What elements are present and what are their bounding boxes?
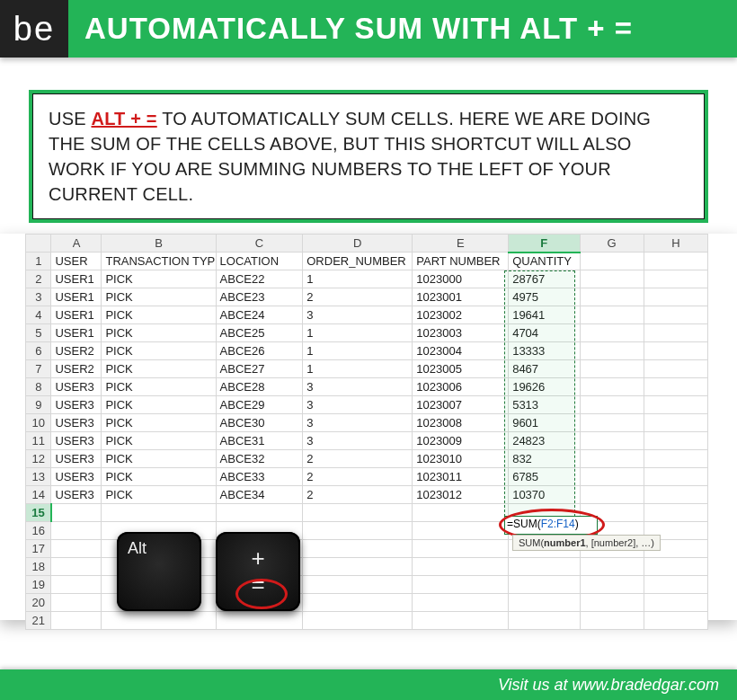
cell[interactable]: ABCE33 <box>216 468 303 486</box>
cell[interactable]: 1023003 <box>413 324 509 342</box>
cell[interactable] <box>303 522 413 540</box>
cell[interactable] <box>580 594 644 612</box>
cell[interactable]: 1023007 <box>413 396 509 414</box>
cell[interactable] <box>644 504 707 522</box>
col-header-H[interactable]: H <box>644 235 707 253</box>
cell[interactable] <box>51 540 102 558</box>
col-header-C[interactable]: C <box>216 235 303 253</box>
cell[interactable] <box>580 288 644 306</box>
cell[interactable] <box>644 342 707 360</box>
cell[interactable]: PICK <box>102 342 216 360</box>
cell[interactable] <box>51 522 102 540</box>
cell[interactable] <box>644 306 707 324</box>
cell[interactable]: USER3 <box>51 486 102 504</box>
cell[interactable] <box>580 253 644 270</box>
cell[interactable]: 10370 <box>509 486 580 504</box>
cell[interactable]: PICK <box>102 396 216 414</box>
row-header[interactable]: 18 <box>26 558 51 576</box>
cell[interactable] <box>580 558 644 576</box>
cell[interactable]: 1023000 <box>413 270 509 288</box>
cell[interactable]: ABCE24 <box>216 306 303 324</box>
cell[interactable]: 28767 <box>509 270 580 288</box>
cell[interactable]: QUANTITY <box>509 253 580 270</box>
cell[interactable]: ABCE30 <box>216 414 303 432</box>
row-header[interactable]: 21 <box>26 612 51 630</box>
cell[interactable] <box>580 396 644 414</box>
cell[interactable]: 6785 <box>509 468 580 486</box>
cell[interactable] <box>413 576 509 594</box>
row-header[interactable]: 4 <box>26 306 51 324</box>
cell[interactable]: 1023008 <box>413 414 509 432</box>
cell[interactable]: 2 <box>303 486 413 504</box>
cell[interactable]: PICK <box>102 378 216 396</box>
cell[interactable]: USER3 <box>51 468 102 486</box>
cell[interactable] <box>51 594 102 612</box>
cell[interactable]: PICK <box>102 270 216 288</box>
cell[interactable]: 3 <box>303 306 413 324</box>
cell[interactable] <box>303 576 413 594</box>
row-header[interactable]: 8 <box>26 378 51 396</box>
cell[interactable]: ABCE32 <box>216 450 303 468</box>
row-header[interactable]: 1 <box>26 253 51 270</box>
cell[interactable]: 1023001 <box>413 288 509 306</box>
cell[interactable] <box>216 504 303 522</box>
cell[interactable]: USER3 <box>51 396 102 414</box>
cell[interactable] <box>580 612 644 630</box>
row-header[interactable]: 15 <box>26 504 51 522</box>
cell[interactable]: PICK <box>102 324 216 342</box>
cell[interactable] <box>644 432 707 450</box>
cell[interactable]: 1 <box>303 360 413 378</box>
cell[interactable]: 2 <box>303 450 413 468</box>
cell[interactable] <box>644 378 707 396</box>
cell[interactable] <box>580 576 644 594</box>
cell[interactable]: 8467 <box>509 360 580 378</box>
cell[interactable] <box>580 306 644 324</box>
cell[interactable] <box>644 558 707 576</box>
cell[interactable]: 1023009 <box>413 432 509 450</box>
cell[interactable] <box>644 270 707 288</box>
cell[interactable] <box>509 594 580 612</box>
col-header-E[interactable]: E <box>413 235 509 253</box>
cell[interactable]: 4975 <box>509 288 580 306</box>
cell[interactable]: TRANSACTION TYPE <box>102 253 216 270</box>
cell[interactable] <box>413 612 509 630</box>
cell[interactable] <box>303 558 413 576</box>
cell[interactable] <box>509 576 580 594</box>
cell[interactable]: 3 <box>303 378 413 396</box>
cell[interactable] <box>303 540 413 558</box>
cell[interactable]: 1023012 <box>413 486 509 504</box>
cell[interactable] <box>644 612 707 630</box>
row-header[interactable]: 17 <box>26 540 51 558</box>
cell[interactable]: USER2 <box>51 360 102 378</box>
cell[interactable] <box>413 540 509 558</box>
cell[interactable]: PICK <box>102 486 216 504</box>
cell[interactable]: ABCE22 <box>216 270 303 288</box>
cell[interactable] <box>413 504 509 522</box>
row-header[interactable]: 7 <box>26 360 51 378</box>
cell[interactable] <box>644 414 707 432</box>
cell[interactable] <box>413 522 509 540</box>
row-header[interactable]: 20 <box>26 594 51 612</box>
cell[interactable] <box>644 360 707 378</box>
cell[interactable] <box>580 270 644 288</box>
cell[interactable]: 5313 <box>509 396 580 414</box>
cell[interactable]: ABCE29 <box>216 396 303 414</box>
cell[interactable]: USER1 <box>51 288 102 306</box>
col-header-F[interactable]: F <box>509 235 580 253</box>
cell[interactable]: 1 <box>303 342 413 360</box>
active-cell-formula[interactable]: =SUM(F2:F14) <box>504 516 598 535</box>
cell[interactable] <box>580 378 644 396</box>
cell[interactable]: 1 <box>303 324 413 342</box>
cell[interactable]: 1023011 <box>413 468 509 486</box>
row-header[interactable]: 10 <box>26 414 51 432</box>
cell[interactable]: 24823 <box>509 432 580 450</box>
cell[interactable]: 1023006 <box>413 378 509 396</box>
cell[interactable]: 13333 <box>509 342 580 360</box>
select-all-corner[interactable] <box>26 235 51 253</box>
cell[interactable]: ORDER_NUMBER <box>303 253 413 270</box>
cell[interactable]: USER3 <box>51 450 102 468</box>
cell[interactable] <box>303 594 413 612</box>
row-header[interactable]: 6 <box>26 342 51 360</box>
cell[interactable]: LOCATION <box>216 253 303 270</box>
cell[interactable]: USER3 <box>51 378 102 396</box>
